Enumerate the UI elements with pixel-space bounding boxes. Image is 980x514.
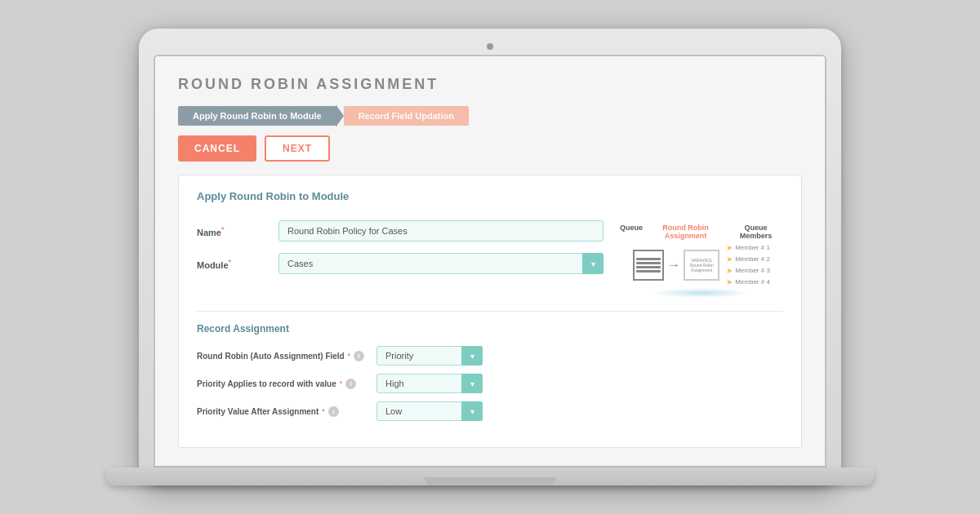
member-3: ➤ Member # 3 [726, 266, 770, 275]
next-button[interactable]: NEXT [265, 135, 330, 162]
members-label: Queue Members [728, 224, 783, 240]
rr-field-select[interactable]: Priority [376, 346, 483, 366]
queue-label: Queue [620, 224, 643, 240]
applies-select-wrapper: High ▾ [376, 374, 483, 393]
member-1: ➤ Member # 1 [726, 243, 770, 252]
module-row: Module* Cases ▾ [197, 253, 604, 274]
step-2: Record Field Updation [344, 106, 469, 126]
action-buttons: CANCEL NEXT [178, 135, 802, 162]
screen-content: ROUND ROBIN ASSIGNMENT Apply Round Robin… [155, 56, 825, 466]
rr-field-label: Round Robin (Auto Assignment) Field* i [197, 351, 376, 361]
form-fields: Name* Module* Cases [197, 220, 604, 298]
members-list: ➤ Member # 1 ➤ Member # 2 ➤ Member # 3 [726, 243, 770, 286]
rr-field-row: Round Robin (Auto Assignment) Field* i P… [197, 346, 783, 366]
module-label: Module* [197, 258, 278, 270]
rr-field-select-wrapper: Priority ▾ [376, 346, 483, 366]
section2-title: Record Assignment [197, 323, 783, 335]
after-select[interactable]: Low [376, 401, 483, 421]
member-2: ➤ Member # 2 [726, 255, 770, 264]
applies-row: Priority Applies to record with value* i… [197, 374, 783, 393]
page-title: ROUND ROBIN ASSIGNMENT [178, 76, 802, 93]
after-info-icon[interactable]: i [328, 406, 339, 417]
diagram-area: Queue Round Robin Assignment Queue Membe… [620, 220, 783, 298]
section1-title: Apply Round Robin to Module [197, 190, 783, 207]
webcam [487, 43, 493, 50]
after-row: Priority Value After Assignment* i Low ▾ [197, 401, 783, 421]
module-select[interactable]: Cases [278, 253, 604, 274]
steps-bar: Apply Round Robin to Module Record Field… [178, 104, 802, 127]
laptop-notch [425, 477, 555, 485]
laptop-shell: ROUND ROBIN ASSIGNMENT Apply Round Robin… [139, 29, 841, 485]
rr-label: Round Robin Assignment [643, 224, 728, 240]
after-select-wrapper: Low ▾ [376, 401, 483, 421]
name-input[interactable] [278, 220, 604, 241]
diagram-shadow [653, 288, 751, 298]
camera-bar [154, 43, 826, 50]
diagram-visual: → VARIANCERound RobinAssignment ➤ Member… [633, 243, 770, 286]
laptop-base [106, 467, 874, 485]
cancel-button[interactable]: CANCEL [178, 135, 256, 162]
step-arrow-1 [336, 104, 344, 127]
main-card: Apply Round Robin to Module Name* [178, 175, 802, 448]
variance-box: VARIANCERound RobinAssignment [684, 250, 719, 281]
section-divider [197, 311, 783, 312]
module-select-wrapper: Cases ▾ [278, 253, 604, 274]
queue-arrow-icon: → [667, 258, 680, 273]
rr-field-info-icon[interactable]: i [354, 351, 364, 361]
after-label: Priority Value After Assignment* i [197, 406, 376, 417]
applies-label: Priority Applies to record with value* i [197, 379, 376, 389]
form-with-diagram: Name* Module* Cases [197, 220, 783, 298]
name-label: Name* [197, 225, 278, 237]
applies-select[interactable]: High [376, 374, 483, 393]
applies-info-icon[interactable]: i [345, 379, 356, 389]
queue-icon [633, 250, 664, 281]
name-row: Name* [197, 220, 604, 241]
laptop-screen: ROUND ROBIN ASSIGNMENT Apply Round Robin… [154, 55, 826, 467]
diagram-labels: Queue Round Robin Assignment Queue Membe… [620, 224, 783, 240]
step-1: Apply Round Robin to Module [178, 106, 336, 126]
member-4: ➤ Member # 4 [726, 277, 770, 286]
